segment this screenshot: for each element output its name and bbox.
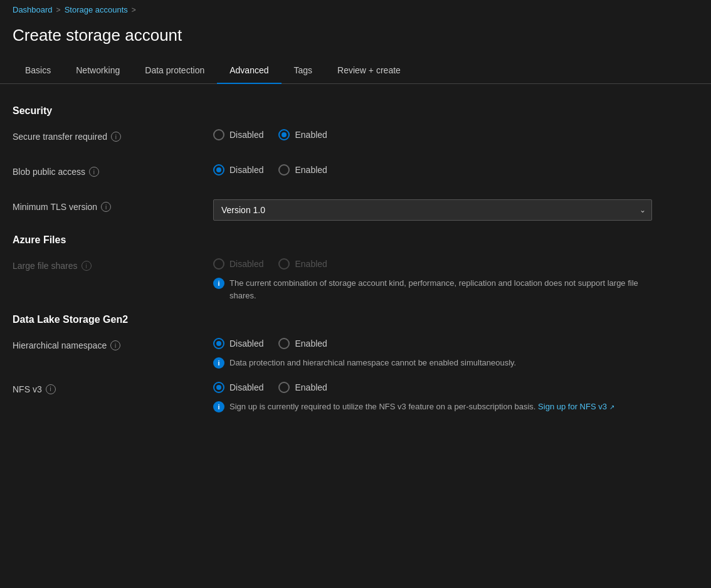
- large-file-shares-info-icon[interactable]: i: [82, 261, 92, 271]
- large-file-shares-disabled-option: Disabled: [213, 258, 263, 270]
- hierarchical-namespace-info-circle-icon: i: [213, 357, 224, 369]
- large-file-shares-row: Large file shares i Disabled Enabled i: [13, 258, 698, 302]
- breadcrumb-sep-1: >: [56, 6, 61, 14]
- hierarchical-namespace-info-bar: i Data protection and hierarchical names…: [213, 357, 516, 369]
- main-content: Security Secure transfer required i Disa…: [0, 84, 711, 440]
- tab-data-protection[interactable]: Data protection: [132, 58, 217, 84]
- nfs-v3-enabled-option[interactable]: Enabled: [278, 382, 327, 393]
- data-lake-section: Data Lake Storage Gen2 Hierarchical name…: [13, 314, 698, 412]
- nfs-v3-info-bar: i Sign up is currently required to utili…: [213, 401, 614, 413]
- secure-transfer-enabled-radio[interactable]: [278, 129, 290, 140]
- azure-files-section-title: Azure Files: [13, 234, 698, 246]
- page-title: Create storage account: [0, 19, 711, 58]
- nfs-v3-row: NFS v3 i Disabled Enabled i: [13, 382, 698, 413]
- secure-transfer-label: Secure transfer required i: [13, 129, 213, 142]
- nfs-v3-enabled-radio[interactable]: [278, 382, 290, 393]
- blob-public-access-info-icon[interactable]: i: [89, 167, 99, 177]
- secure-transfer-radio-group: Disabled Enabled: [213, 129, 327, 140]
- nfs-v3-external-link-icon: ↗: [609, 404, 614, 411]
- nfs-v3-label: NFS v3 i: [13, 382, 213, 394]
- minimum-tls-info-icon[interactable]: i: [101, 202, 111, 212]
- breadcrumb-sep-2: >: [132, 6, 136, 14]
- security-section-title: Security: [13, 105, 698, 117]
- tab-bar: Basics Networking Data protection Advanc…: [0, 58, 711, 84]
- nfs-v3-signup-link[interactable]: Sign up for NFS v3: [538, 402, 607, 411]
- tab-basics[interactable]: Basics: [13, 58, 63, 84]
- nfs-v3-radio-group: Disabled Enabled: [213, 382, 614, 393]
- blob-public-access-enabled-radio[interactable]: [278, 164, 290, 176]
- hierarchical-namespace-disabled-option[interactable]: Disabled: [213, 338, 263, 349]
- secure-transfer-disabled-label: Disabled: [229, 130, 263, 140]
- large-file-shares-info-bar: i The current combination of storage acc…: [213, 277, 652, 302]
- large-file-shares-disabled-label: Disabled: [229, 259, 263, 269]
- hierarchical-namespace-controls: Disabled Enabled i Data protection and h…: [213, 338, 516, 369]
- hierarchical-namespace-enabled-label: Enabled: [295, 339, 327, 349]
- large-file-shares-enabled-label: Enabled: [295, 259, 327, 269]
- nfs-v3-info-icon[interactable]: i: [46, 384, 56, 394]
- secure-transfer-enabled-label: Enabled: [295, 130, 327, 140]
- secure-transfer-disabled-option[interactable]: Disabled: [213, 129, 263, 140]
- data-lake-section-title: Data Lake Storage Gen2: [13, 314, 698, 325]
- large-file-shares-enabled-radio: [278, 258, 290, 270]
- nfs-v3-controls: Disabled Enabled i Sign up is currently …: [213, 382, 614, 413]
- breadcrumb-dashboard[interactable]: Dashboard: [13, 5, 53, 14]
- azure-files-section: Azure Files Large file shares i Disabled…: [13, 234, 698, 302]
- blob-public-access-disabled-label: Disabled: [229, 165, 263, 175]
- large-file-shares-controls: Disabled Enabled i The current combinati…: [213, 258, 652, 302]
- blob-public-access-enabled-label: Enabled: [295, 165, 327, 175]
- nfs-v3-disabled-radio[interactable]: [213, 382, 224, 393]
- minimum-tls-select-wrapper: Version 1.0 Version 1.1 Version 1.2 ⌄: [213, 199, 652, 221]
- blob-public-access-disabled-option[interactable]: Disabled: [213, 164, 263, 176]
- hierarchical-namespace-disabled-label: Disabled: [229, 339, 263, 349]
- hierarchical-namespace-info-text: Data protection and hierarchical namespa…: [229, 357, 516, 369]
- tab-tags[interactable]: Tags: [282, 58, 325, 84]
- secure-transfer-row: Secure transfer required i Disabled Enab…: [13, 129, 698, 152]
- secure-transfer-enabled-option[interactable]: Enabled: [278, 129, 327, 140]
- blob-public-access-enabled-option[interactable]: Enabled: [278, 164, 327, 176]
- tab-advanced[interactable]: Advanced: [217, 58, 281, 84]
- minimum-tls-label: Minimum TLS version i: [13, 199, 213, 212]
- tab-review-create[interactable]: Review + create: [325, 58, 413, 84]
- hierarchical-namespace-radio-group: Disabled Enabled: [213, 338, 516, 349]
- nfs-v3-disabled-option[interactable]: Disabled: [213, 382, 263, 393]
- large-file-shares-label: Large file shares i: [13, 258, 213, 271]
- nfs-v3-enabled-label: Enabled: [295, 382, 327, 392]
- hierarchical-namespace-label: Hierarchical namespace i: [13, 338, 213, 350]
- nfs-v3-info-text: Sign up is currently required to utilize…: [229, 401, 614, 413]
- large-file-shares-radio-group: Disabled Enabled: [213, 258, 652, 270]
- breadcrumb: Dashboard > Storage accounts >: [0, 0, 711, 19]
- hierarchical-namespace-enabled-option[interactable]: Enabled: [278, 338, 327, 349]
- minimum-tls-row: Minimum TLS version i Version 1.0 Versio…: [13, 199, 698, 222]
- secure-transfer-disabled-radio[interactable]: [213, 129, 224, 140]
- hierarchical-namespace-disabled-radio[interactable]: [213, 338, 224, 349]
- hierarchical-namespace-info-icon[interactable]: i: [110, 340, 120, 350]
- large-file-shares-info-circle-icon: i: [213, 278, 224, 289]
- tab-networking[interactable]: Networking: [63, 58, 132, 84]
- large-file-shares-enabled-option: Enabled: [278, 258, 327, 270]
- blob-public-access-row: Blob public access i Disabled Enabled: [13, 164, 698, 187]
- hierarchical-namespace-row: Hierarchical namespace i Disabled Enable…: [13, 338, 698, 369]
- blob-public-access-radio-group: Disabled Enabled: [213, 164, 327, 176]
- minimum-tls-select[interactable]: Version 1.0 Version 1.1 Version 1.2: [213, 199, 652, 221]
- nfs-v3-disabled-label: Disabled: [229, 382, 263, 392]
- hierarchical-namespace-enabled-radio[interactable]: [278, 338, 290, 349]
- blob-public-access-disabled-radio[interactable]: [213, 164, 224, 176]
- nfs-v3-info-circle-icon: i: [213, 401, 224, 412]
- secure-transfer-info-icon[interactable]: i: [111, 132, 121, 142]
- breadcrumb-storage-accounts[interactable]: Storage accounts: [65, 5, 128, 14]
- blob-public-access-label: Blob public access i: [13, 164, 213, 177]
- large-file-shares-info-text: The current combination of storage accou…: [229, 277, 652, 302]
- large-file-shares-disabled-radio: [213, 258, 224, 270]
